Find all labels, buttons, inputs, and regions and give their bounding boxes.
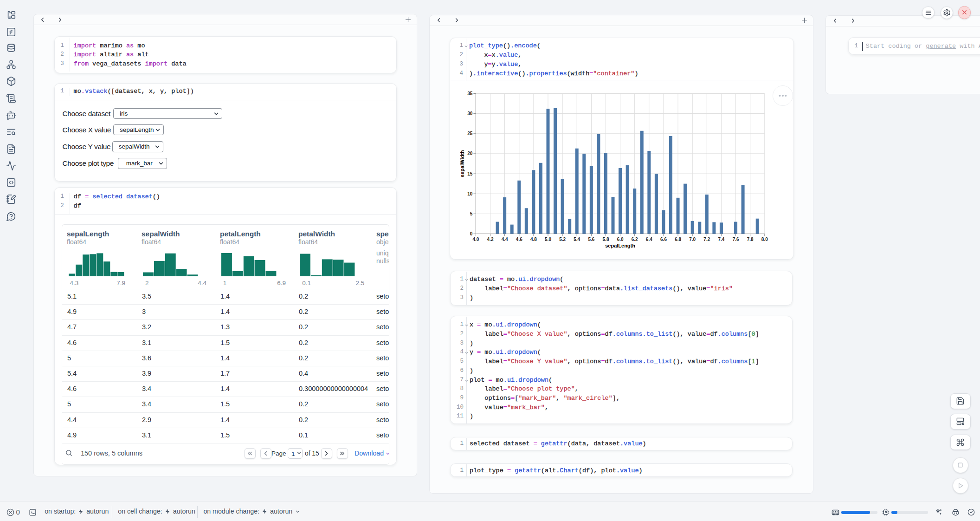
svg-text:6.4: 6.4 [646,237,652,242]
svg-text:sepalWidth: sepalWidth [459,150,465,177]
svg-text:20: 20 [467,151,473,156]
svg-text:5.6: 5.6 [588,237,594,242]
svg-text:35: 35 [467,91,473,96]
svg-text:5.0: 5.0 [545,237,551,242]
svg-text:4.4: 4.4 [502,237,508,242]
svg-text:10: 10 [467,191,473,196]
svg-text:4.0: 4.0 [472,237,479,242]
svg-text:7.4: 7.4 [718,237,724,242]
svg-text:0: 0 [470,231,473,236]
svg-text:8.0: 8.0 [761,237,768,242]
svg-text:7.0: 7.0 [689,237,696,242]
svg-text:5.2: 5.2 [559,237,566,242]
svg-text:4.2: 4.2 [487,237,494,242]
svg-text:4.8: 4.8 [530,237,537,242]
svg-text:7.6: 7.6 [733,237,739,242]
svg-text:7.8: 7.8 [747,237,754,242]
svg-text:5.4: 5.4 [574,237,580,242]
svg-text:5.8: 5.8 [603,237,609,242]
svg-text:4.6: 4.6 [516,237,522,242]
svg-text:6.6: 6.6 [660,237,667,242]
svg-text:6.0: 6.0 [617,237,624,242]
svg-text:6.2: 6.2 [632,237,638,242]
svg-text:5: 5 [470,211,473,216]
svg-text:6.8: 6.8 [675,237,681,242]
svg-text:25: 25 [467,131,473,136]
svg-text:15: 15 [467,171,473,176]
svg-text:sepalLength: sepalLength [605,243,635,248]
svg-text:30: 30 [467,111,473,116]
svg-text:7.2: 7.2 [703,237,710,242]
